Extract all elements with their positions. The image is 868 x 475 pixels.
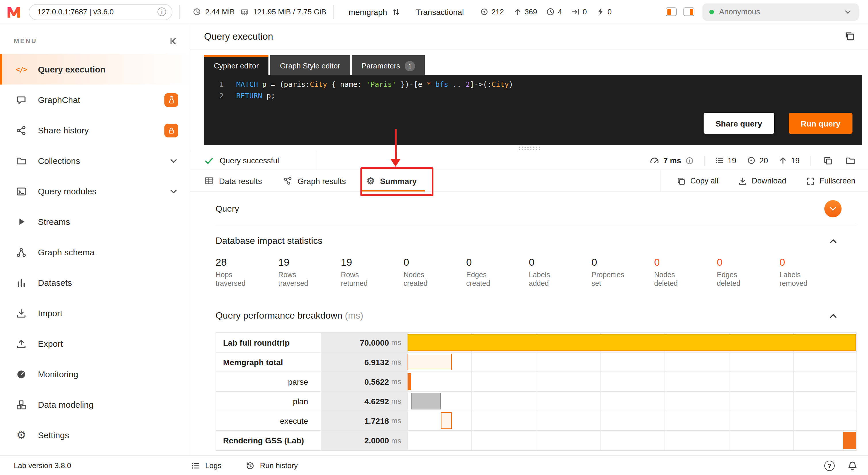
share-icon: [16, 125, 26, 136]
collapse-sidebar-icon[interactable]: [168, 36, 178, 46]
tab-cypher-editor[interactable]: Cypher editor: [204, 55, 269, 75]
tab-label: Graph Style editor: [280, 62, 340, 70]
stat-rows-traversed: 19 Rowstraversed: [278, 257, 341, 300]
perf-row-label: parse: [216, 372, 321, 391]
tab-data-results[interactable]: Data results: [204, 170, 262, 191]
action-label: Download: [752, 177, 786, 185]
main-area: Query execution Cypher editor Graph Styl…: [190, 24, 868, 455]
sidebar-item-query-modules[interactable]: Query modules: [0, 176, 190, 206]
line-number: 1: [204, 79, 236, 90]
user-menu[interactable]: Anonymous: [703, 3, 859, 21]
stat-label: Rowstraversed: [278, 271, 341, 288]
action-label: Copy all: [690, 177, 718, 185]
divider: [333, 5, 334, 19]
terminal-icon: [16, 186, 26, 197]
stat-value: 19: [341, 257, 404, 269]
perf-section-title: Query performance breakdown (ms): [216, 310, 363, 321]
cypher-editor[interactable]: 1 MATCH p = (paris:City { name: 'Paris' …: [204, 75, 862, 145]
sidebar-item-monitoring[interactable]: Monitoring: [0, 359, 190, 389]
info-icon[interactable]: [685, 156, 694, 165]
save-folder-icon[interactable]: [845, 155, 855, 165]
database-selector[interactable]: memgraph: [349, 7, 401, 17]
copy-icon[interactable]: [823, 155, 833, 165]
stat-label: Edgesdeleted: [717, 271, 779, 288]
run-query-button[interactable]: Run query: [789, 113, 852, 134]
sidebar-item-label: Collections: [38, 156, 80, 166]
gears-icon: ⚙: [367, 176, 375, 185]
perf-bar: [408, 334, 856, 351]
arrow-into-bar-icon: [571, 7, 580, 16]
sidebar-item-label: GraphChat: [38, 95, 80, 105]
copy-icon: [677, 176, 686, 185]
sidebar-item-import[interactable]: Import: [0, 298, 190, 328]
memory-used-value: 2.44 MiB: [205, 7, 235, 16]
gear-icon: ⚙: [17, 429, 26, 441]
layout-toggles: [666, 7, 694, 16]
perf-bar-track: [408, 431, 856, 450]
sidebar-item-export[interactable]: Export: [0, 328, 190, 359]
expand-query-button[interactable]: [824, 200, 842, 217]
sidebar-item-settings[interactable]: ⚙ Settings: [0, 420, 190, 450]
tab-label: Graph results: [298, 176, 346, 185]
table-row: execute 1.7218ms: [216, 411, 856, 431]
logs-icon: [191, 461, 200, 470]
stat-edges-created: 0 Edgescreated: [466, 257, 529, 300]
run-history-label: Run history: [260, 461, 298, 470]
stat-properties-set: 0 Propertiesset: [591, 257, 654, 300]
run-history-button[interactable]: Run history: [245, 461, 298, 470]
sidebar-item-label: Data modeling: [38, 400, 93, 410]
experimental-flask-badge: [164, 93, 178, 107]
presentation-mode-icon[interactable]: [844, 31, 855, 42]
layout-toggle-left-icon[interactable]: [666, 7, 677, 16]
info-icon[interactable]: i: [157, 7, 166, 16]
perf-row-value: 2.0000ms: [321, 431, 408, 450]
clock-icon: [547, 7, 555, 16]
layout-toggle-right-icon[interactable]: [683, 7, 694, 16]
locked-badge: [164, 123, 178, 137]
tab-parameters[interactable]: Parameters 1: [352, 55, 425, 75]
sidebar: MENU </> Query execution GraphChat Share…: [0, 24, 190, 455]
sidebar-item-data-modeling[interactable]: Data modeling: [0, 389, 190, 420]
stat-value: 0: [779, 257, 842, 269]
memgraph-lab-app: 127.0.0.1:7687 | v3.6.0 i 2.44 MiB 121.9…: [0, 0, 868, 475]
top-bar: 127.0.0.1:7687 | v3.6.0 i 2.44 MiB 121.9…: [0, 0, 868, 24]
tab-summary[interactable]: ⚙ Summary: [367, 170, 417, 191]
share-query-button[interactable]: Share query: [704, 113, 774, 134]
connection-status-pill[interactable]: 127.0.0.1:7687 | v3.6.0 i: [29, 4, 173, 20]
code-text: MATCH p = (paris:City { name: 'Paris' })…: [236, 79, 513, 90]
chevron-down-icon[interactable]: [169, 187, 178, 196]
table-row: Lab full roundtrip 70.0000ms: [216, 333, 856, 353]
notifications-bell-icon[interactable]: [847, 461, 858, 471]
cubes-icon: [16, 399, 26, 410]
results-tabs: Data results Graph results ⚙ Summary Cop…: [190, 170, 868, 192]
stat-labels-added: 0 Labelsadded: [529, 257, 591, 300]
chevron-up-icon[interactable]: [828, 236, 838, 246]
help-icon[interactable]: ?: [824, 461, 835, 471]
sidebar-item-datasets[interactable]: Datasets: [0, 267, 190, 298]
chevron-up-icon[interactable]: [828, 311, 838, 321]
editor-resize-handle[interactable]: [190, 145, 868, 151]
download-button[interactable]: Download: [738, 176, 786, 185]
sidebar-item-collections[interactable]: Collections: [0, 146, 190, 176]
logs-button[interactable]: Logs: [191, 461, 221, 470]
sidebar-item-graphchat[interactable]: GraphChat: [0, 85, 190, 115]
line-number: 2: [204, 90, 236, 102]
tab-graph-results[interactable]: Graph results: [282, 170, 346, 191]
code-text: RETURN p;: [236, 90, 275, 102]
fullscreen-button[interactable]: Fullscreen: [806, 176, 855, 185]
sidebar-item-streams[interactable]: Streams: [0, 206, 190, 237]
sidebar-item-query-execution[interactable]: </> Query execution: [0, 54, 190, 85]
sidebar-item-graph-schema[interactable]: Graph schema: [0, 237, 190, 267]
edges-icon: [778, 156, 787, 165]
metric-nodes: 212: [480, 7, 504, 16]
memgraph-logo[interactable]: [6, 4, 22, 20]
connection-address: 127.0.0.1:7687 | v3.6.0: [37, 7, 114, 16]
tab-label: Parameters: [362, 62, 400, 70]
chevron-down-icon[interactable]: [169, 156, 178, 165]
tab-graph-style-editor[interactable]: Graph Style editor: [270, 55, 350, 75]
code-line: 1 MATCH p = (paris:City { name: 'Paris' …: [204, 79, 862, 90]
sidebar-item-share-history[interactable]: Share history: [0, 115, 190, 146]
version-link[interactable]: version 3.8.0: [28, 461, 71, 470]
copy-all-button[interactable]: Copy all: [677, 176, 718, 185]
action-label: Fullscreen: [819, 177, 855, 185]
